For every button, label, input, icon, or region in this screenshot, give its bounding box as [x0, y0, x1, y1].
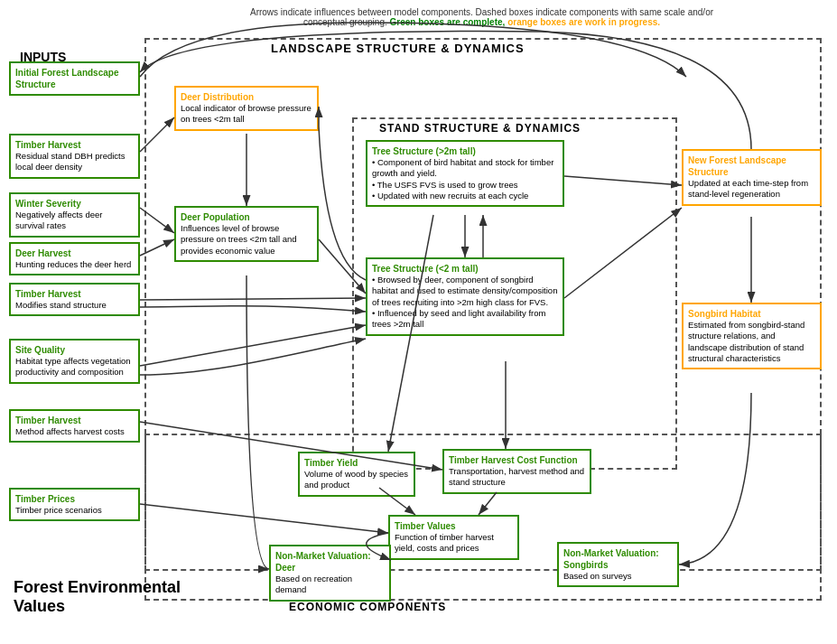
forest-env-label: Forest EnvironmentalValues — [14, 578, 181, 617]
th1-title: Timber Harvest — [15, 139, 134, 151]
timber-harvest-3-box: Timber Harvest Method affects harvest co… — [9, 409, 140, 443]
deer-harvest-box: Deer Harvest Hunting reduces the deer he… — [9, 242, 140, 275]
nmd-title: Non-Market Valuation: Deer — [275, 550, 385, 574]
ts-title: Tree Structure (<2 m tall) — [372, 263, 558, 275]
sq-title: Site Quality — [15, 344, 134, 356]
th2-body: Modifies stand structure — [15, 300, 134, 311]
ws-title: Winter Severity — [15, 198, 134, 210]
thcf-box: Timber Harvest Cost Function Transportat… — [442, 449, 591, 494]
landscape-label: LANDSCAPE STRUCTURE & DYNAMICS — [271, 42, 525, 55]
tp-title: Timber Prices — [15, 493, 134, 505]
ws-body: Negatively affects deer survival rates — [15, 210, 134, 232]
nonmarket-deer-box: Non-Market Valuation: Deer Based on recr… — [269, 545, 391, 602]
initial-forest-box: Initial Forest Landscape Structure — [9, 61, 140, 96]
timber-values-box: Timber Values Function of timber harvest… — [388, 515, 519, 560]
tv-title: Timber Values — [395, 520, 513, 532]
tt-title: Tree Structure (>2m tall) — [372, 145, 558, 157]
th2-title: Timber Harvest — [15, 288, 134, 300]
green-note: Green boxes are complete, — [390, 17, 506, 27]
nms-title: Non-Market Valuation: Songbirds — [563, 547, 673, 571]
tt-body: • Component of bird habitat and stock fo… — [372, 157, 558, 201]
dh-title: Deer Harvest — [15, 247, 134, 259]
thcf-body: Transportation, harvest method and stand… — [449, 466, 585, 489]
economic-label: ECONOMIC COMPONENTS — [289, 601, 446, 613]
deer-distribution-box: Deer Distribution Local indicator of bro… — [174, 86, 319, 131]
site-quality-box: Site Quality Habitat type affects vegeta… — [9, 339, 140, 384]
timber-yield-box: Timber Yield Volume of wood by species a… — [298, 452, 415, 497]
th1-body: Residual stand DBH predicts local deer d… — [15, 151, 134, 173]
winter-severity-box: Winter Severity Negatively affects deer … — [9, 192, 140, 238]
nf-body: Updated at each time-step from stand-lev… — [688, 178, 815, 201]
sh-body: Estimated from songbird-stand structure … — [688, 320, 815, 364]
dd-title: Deer Distribution — [181, 91, 312, 103]
tv-body: Function of timber harvest yield, costs … — [395, 532, 513, 555]
sq-body: Habitat type affects vegetation producti… — [15, 356, 134, 378]
dh-body: Hunting reduces the deer herd — [15, 259, 134, 270]
deer-population-box: Deer Population Influences level of brow… — [174, 206, 319, 262]
initial-forest-title: Initial Forest Landscape Structure — [15, 67, 134, 90]
sh-title: Songbird Habitat — [688, 308, 815, 320]
timber-harvest-2-box: Timber Harvest Modifies stand structure — [9, 283, 140, 316]
new-forest-box: New Forest Landscape Structure Updated a… — [682, 149, 822, 206]
nmd-body: Based on recreation demand — [275, 574, 385, 596]
timber-harvest-1-box: Timber Harvest Residual stand DBH predic… — [9, 134, 140, 179]
th3-title: Timber Harvest — [15, 415, 134, 426]
dd-body: Local indicator of browse pressure on tr… — [181, 103, 312, 126]
th3-body: Method affects harvest costs — [15, 426, 134, 437]
dp-title: Deer Population — [181, 211, 312, 223]
thcf-title: Timber Harvest Cost Function — [449, 454, 585, 466]
stand-label: STAND STRUCTURE & DYNAMICS — [379, 122, 581, 135]
songbird-habitat-box: Songbird Habitat Estimated from songbird… — [682, 303, 822, 369]
top-note: Arrows indicate influences between model… — [135, 7, 828, 27]
nonmarket-songbirds-box: Non-Market Valuation: Songbirds Based on… — [557, 542, 679, 587]
ts-body: • Browsed by deer, component of songbird… — [372, 275, 558, 331]
tree-short-box: Tree Structure (<2 m tall) • Browsed by … — [366, 257, 564, 336]
diagram-container: Arrows indicate influences between model… — [0, 0, 837, 644]
nf-title: New Forest Landscape Structure — [688, 154, 815, 178]
orange-note: orange boxes are work in progress. — [507, 17, 660, 27]
nms-body: Based on surveys — [563, 571, 673, 582]
tp-body: Timber price scenarios — [15, 505, 134, 516]
tree-tall-box: Tree Structure (>2m tall) • Component of… — [366, 140, 564, 207]
timber-prices-box: Timber Prices Timber price scenarios — [9, 488, 140, 521]
dp-body: Influences level of browse pressure on t… — [181, 223, 312, 257]
ty-body: Volume of wood by species and product — [304, 469, 409, 491]
ty-title: Timber Yield — [304, 457, 409, 469]
